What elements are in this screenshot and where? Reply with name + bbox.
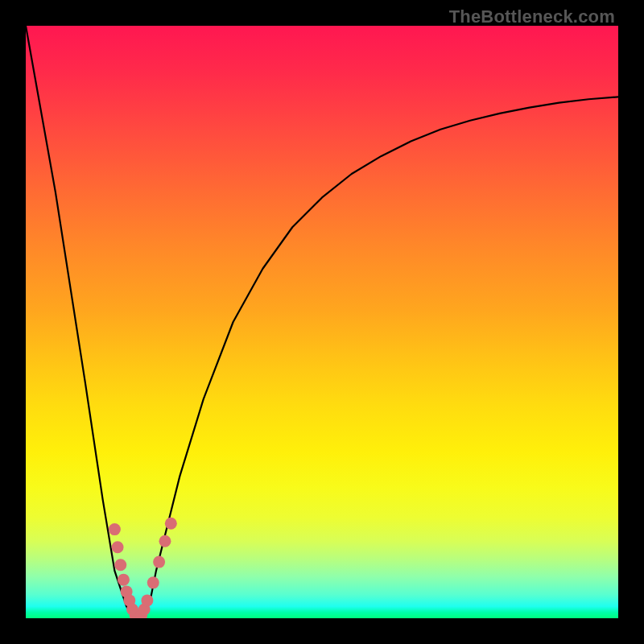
- data-marker: [109, 523, 121, 535]
- data-marker: [141, 594, 153, 606]
- data-marker: [112, 541, 124, 553]
- data-marker: [165, 518, 177, 530]
- markers: [109, 518, 177, 618]
- chart-svg: [26, 26, 618, 618]
- data-marker: [153, 556, 165, 568]
- plot-area: [26, 26, 618, 618]
- data-marker: [118, 574, 130, 586]
- chart-container: TheBottleneck.com: [0, 0, 644, 644]
- data-marker: [159, 535, 171, 547]
- data-marker: [147, 576, 159, 588]
- data-marker: [114, 559, 126, 571]
- watermark-label: TheBottleneck.com: [449, 6, 615, 27]
